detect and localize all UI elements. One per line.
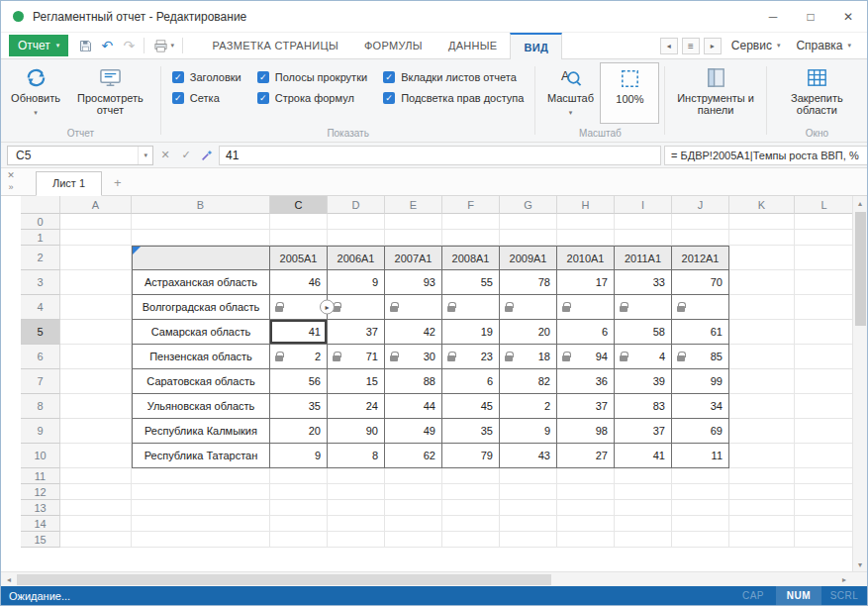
cell-D3[interactable]: 9	[328, 270, 385, 295]
row-header-5[interactable]: 5	[21, 320, 60, 345]
row-header-15[interactable]: 15	[21, 532, 60, 548]
row-header-13[interactable]: 13	[21, 500, 60, 516]
cell-I0[interactable]	[615, 214, 672, 230]
row-header-2[interactable]: 2	[21, 246, 60, 270]
cell-A9[interactable]	[60, 419, 132, 444]
cell-F1[interactable]	[442, 230, 500, 246]
formula-input[interactable]: 41	[219, 146, 661, 165]
drill-button[interactable]: ▸	[320, 300, 335, 315]
row-header-3[interactable]: 3	[21, 270, 60, 295]
cell-J8[interactable]: 34	[672, 394, 729, 419]
grid-select-all-corner[interactable]	[21, 196, 60, 214]
cell-K13[interactable]	[729, 500, 795, 516]
cell-K1[interactable]	[729, 230, 795, 246]
cell-E7[interactable]: 88	[385, 369, 442, 394]
cell-I6[interactable]: 4	[615, 345, 672, 369]
cell-K12[interactable]	[729, 484, 795, 500]
cell-J9[interactable]: 69	[672, 419, 729, 444]
cell-I12[interactable]	[615, 484, 672, 500]
cell-B14[interactable]	[132, 516, 270, 532]
column-header-A[interactable]: A	[60, 196, 132, 214]
refresh-button[interactable]: Обновить ▾	[6, 62, 65, 124]
cancel-entry-button[interactable]: ✕	[156, 147, 174, 164]
cell-B0[interactable]	[132, 214, 270, 230]
cell-H6[interactable]: 94	[557, 345, 615, 369]
help-menu[interactable]: Справка ▾	[790, 39, 857, 52]
cell-J15[interactable]	[672, 532, 729, 548]
cell-G1[interactable]	[500, 230, 557, 246]
cell-H15[interactable]	[557, 532, 615, 548]
cell-G8[interactable]: 2	[500, 394, 557, 419]
cell-G11[interactable]	[500, 468, 557, 484]
tab-вид[interactable]: ВИД	[510, 33, 562, 59]
cell-E14[interactable]	[385, 516, 442, 532]
cell-A2[interactable]	[60, 246, 132, 270]
cell-G13[interactable]	[500, 500, 557, 516]
cell-I8[interactable]: 83	[615, 394, 672, 419]
checkbox-сетка[interactable]: ✓Сетка	[172, 92, 241, 104]
cell-E11[interactable]	[385, 468, 442, 484]
cell-H9[interactable]: 98	[557, 419, 615, 444]
cell-H7[interactable]: 36	[557, 369, 615, 394]
cell-H8[interactable]: 37	[557, 394, 615, 419]
cell-E13[interactable]	[385, 500, 442, 516]
cell-K11[interactable]	[729, 468, 795, 484]
column-header-B[interactable]: B	[132, 196, 270, 214]
cell-B8[interactable]: Ульяновская область	[132, 394, 270, 419]
row-header-1[interactable]: 1	[21, 230, 60, 246]
cell-C0[interactable]	[270, 214, 328, 230]
cell-A0[interactable]	[60, 214, 132, 230]
cell-F2[interactable]: 2008A1	[442, 246, 500, 270]
cell-E0[interactable]	[385, 214, 442, 230]
column-header-J[interactable]: J	[672, 196, 729, 214]
cell-G12[interactable]	[500, 484, 557, 500]
checkbox-строка-формул[interactable]: ✓Строка формул	[257, 92, 367, 104]
cell-F7[interactable]: 6	[442, 369, 500, 394]
cell-D6[interactable]: 71	[328, 345, 385, 369]
cell-A4[interactable]	[60, 295, 132, 320]
row-header-8[interactable]: 8	[21, 394, 60, 419]
cell-D2[interactable]: 2006A1	[328, 246, 385, 270]
cell-K2[interactable]	[729, 246, 795, 270]
cell-B4[interactable]: Волгоградская область	[132, 295, 270, 320]
cell-E5[interactable]: 42	[385, 320, 442, 345]
checkbox-вкладки-листов-отчета[interactable]: ✓Вкладки листов отчета	[383, 71, 524, 83]
cell-L9[interactable]	[795, 419, 854, 444]
preview-report-button[interactable]: Просмотреть отчет	[65, 62, 155, 124]
cell-F15[interactable]	[442, 532, 500, 548]
maximize-button[interactable]: □	[792, 1, 829, 32]
tab-разметка-страницы[interactable]: РАЗМЕТКА СТРАНИЦЫ	[199, 33, 351, 58]
cell-H0[interactable]	[557, 214, 615, 230]
scroll-right-arrow[interactable]: ▸	[836, 575, 852, 584]
cell-C9[interactable]: 20	[270, 419, 328, 444]
cell-I1[interactable]	[615, 230, 672, 246]
cell-D12[interactable]	[328, 484, 385, 500]
cell-B15[interactable]	[132, 532, 270, 548]
checkbox-подсветка-прав-доступа[interactable]: ✓Подсветка прав доступа	[383, 92, 524, 104]
cell-D4[interactable]	[328, 295, 385, 320]
cell-C3[interactable]: 46	[270, 270, 328, 295]
cell-F4[interactable]	[442, 295, 500, 320]
cell-D13[interactable]	[328, 500, 385, 516]
column-header-G[interactable]: G	[500, 196, 557, 214]
cell-I13[interactable]	[615, 500, 672, 516]
cell-C10[interactable]: 9	[270, 444, 328, 468]
cell-E15[interactable]	[385, 532, 442, 548]
cell-J6[interactable]: 85	[672, 345, 729, 369]
cell-H13[interactable]	[557, 500, 615, 516]
cell-A14[interactable]	[60, 516, 132, 532]
cell-K0[interactable]	[729, 214, 795, 230]
cell-L3[interactable]	[795, 270, 854, 295]
cell-E3[interactable]: 93	[385, 270, 442, 295]
cell-A11[interactable]	[60, 468, 132, 484]
cell-I7[interactable]: 39	[615, 369, 672, 394]
cell-H3[interactable]: 17	[557, 270, 615, 295]
cell-H11[interactable]	[557, 468, 615, 484]
cell-A13[interactable]	[60, 500, 132, 516]
cell-L4[interactable]	[795, 295, 854, 320]
cell-J5[interactable]: 61	[672, 320, 729, 345]
cell-G0[interactable]	[500, 214, 557, 230]
cell-I15[interactable]	[615, 532, 672, 548]
service-menu[interactable]: Сервис ▾	[725, 39, 787, 52]
cell-G7[interactable]: 82	[500, 369, 557, 394]
